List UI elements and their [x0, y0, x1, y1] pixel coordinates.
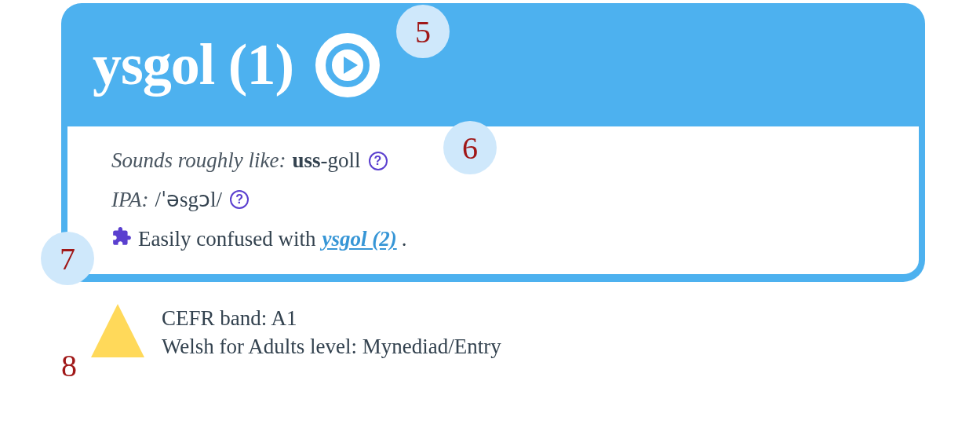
confused-suffix: .	[402, 227, 407, 251]
ipa-help-icon[interactable]: ?	[230, 190, 249, 209]
confused-link[interactable]: ysgol (2)	[322, 227, 396, 251]
cefr-value: A1	[271, 306, 297, 330]
sounds-like-value: uss-goll	[292, 148, 360, 173]
level-triangle-icon	[91, 304, 144, 357]
ipa-label: IPA:	[111, 188, 149, 212]
sounds-like-help-icon[interactable]: ?	[369, 152, 388, 170]
levels-text: CEFR band: A1 Welsh for Adults level: My…	[162, 304, 501, 361]
play-audio-button[interactable]	[315, 33, 380, 97]
wfa-row: Welsh for Adults level: Mynediad/Entry	[162, 332, 501, 361]
confused-row: Easily confused with ysgol (2) .	[111, 226, 887, 252]
sounds-like-row: Sounds roughly like: uss-goll ?	[111, 148, 887, 173]
puzzle-icon	[111, 226, 132, 252]
ipa-row: IPA: /ˈəsgɔl/ ?	[111, 187, 887, 212]
ipa-value: /ˈəsgɔl/	[155, 187, 223, 212]
wfa-label: Welsh for Adults level:	[162, 335, 357, 358]
entry-card: ysgol (1) Sounds roughly like: uss-goll …	[61, 3, 925, 282]
entry-header: ysgol (1)	[61, 3, 925, 126]
levels-block: CEFR band: A1 Welsh for Adults level: My…	[91, 304, 980, 361]
rest-syllables: -goll	[321, 148, 361, 172]
stressed-syllable: uss	[292, 148, 320, 172]
headword: ysgol (1)	[93, 31, 293, 98]
wfa-value: Mynediad/Entry	[362, 335, 501, 358]
sounds-like-label: Sounds roughly like:	[111, 148, 286, 173]
confused-prefix: Easily confused with	[138, 227, 315, 251]
play-icon	[326, 43, 370, 87]
cefr-row: CEFR band: A1	[162, 304, 501, 332]
cefr-label: CEFR band:	[162, 306, 267, 330]
callout-8: 8	[61, 347, 77, 384]
entry-body: Sounds roughly like: uss-goll ? IPA: /ˈə…	[61, 126, 925, 282]
